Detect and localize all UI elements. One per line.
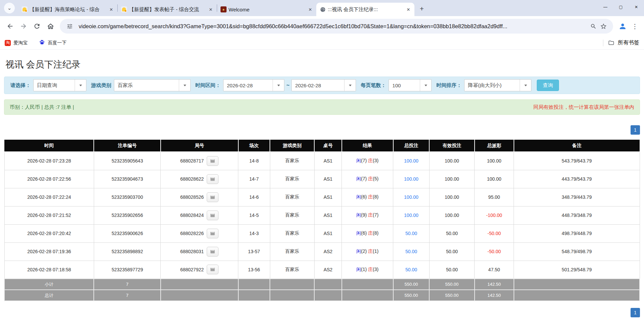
- cell-valid-bet: 100.00: [429, 152, 474, 170]
- time-sort-select[interactable]: 降幂(由大到小): [464, 79, 531, 91]
- forum-favicon: [22, 6, 28, 12]
- film-icon: [210, 195, 215, 200]
- forward-arrow-icon: [20, 22, 27, 30]
- col-remark: 备注: [514, 140, 640, 152]
- video-replay-button[interactable]: [207, 247, 218, 257]
- cell-total-bet: 100.00: [393, 206, 430, 224]
- page-size-select[interactable]: 100: [389, 79, 432, 91]
- cell-remark: 501.29/548.79: [514, 261, 640, 279]
- search-button[interactable]: 查询: [537, 80, 559, 91]
- cell-valid-bet: 100.00: [429, 170, 474, 188]
- cell-total-bet: 100.00: [393, 152, 430, 170]
- all-bookmarks-label: 所有书签: [618, 39, 639, 46]
- cell-total-bet: 100.00: [393, 170, 430, 188]
- round-number: 688027922: [180, 267, 204, 272]
- all-bookmarks[interactable]: 所有书签: [603, 39, 639, 46]
- tab-forum-2[interactable]: 【新提醒】发表帖子 - 综合交流 ✕: [118, 3, 217, 16]
- total-bet-link[interactable]: 50.00: [405, 231, 417, 236]
- date-from-select[interactable]: 2026-02-28: [223, 79, 284, 91]
- cell-time: 2026-02-28 07:21:52: [4, 206, 94, 224]
- cell-valid-bet: 100.00: [429, 188, 474, 206]
- col-bet-no: 注单编号: [94, 140, 160, 152]
- cell-total-bet: 50.00: [393, 242, 430, 261]
- cell-game-type: 百家乐: [270, 188, 314, 206]
- chevron-down-icon[interactable]: [75, 80, 86, 91]
- chevron-down-icon[interactable]: [520, 80, 531, 91]
- cell-game-type: 百家乐: [270, 261, 314, 279]
- cell-round-no: 688028031: [161, 242, 238, 261]
- video-replay-button[interactable]: [207, 211, 218, 220]
- banker-result: 庄: [368, 267, 373, 272]
- query-type-select[interactable]: 日期查询: [33, 79, 86, 91]
- window-maximize-button[interactable]: ▢: [613, 0, 629, 14]
- total-bet-link[interactable]: 100.00: [404, 158, 418, 164]
- new-tab-button[interactable]: +: [417, 4, 427, 13]
- tab-welcome[interactable]: ♠ Welcome ✕: [217, 3, 316, 16]
- address-bar[interactable]: videoie.com/game/betrecord_search/kind3?…: [60, 19, 613, 34]
- chevron-down-icon[interactable]: [273, 80, 284, 91]
- tab-bet-records-active[interactable]: :::视讯 会员下注纪录::: ✕: [316, 3, 414, 16]
- close-tab-icon[interactable]: ✕: [108, 6, 115, 13]
- table-row: 2026-02-28 07:22:24523235903700688028526…: [4, 188, 640, 206]
- cell-round-no: 688028424: [161, 206, 238, 224]
- site-settings-icon[interactable]: [65, 21, 75, 31]
- col-round-no: 局号: [161, 140, 238, 152]
- pagination-top: 1: [4, 125, 640, 135]
- browser-menu-button[interactable]: ⋮: [629, 22, 641, 30]
- reload-button[interactable]: [30, 19, 44, 33]
- total-bet-link[interactable]: 100.00: [404, 194, 418, 200]
- close-tab-icon[interactable]: ✕: [307, 6, 314, 13]
- close-tab-icon[interactable]: ✕: [207, 6, 214, 13]
- video-replay-button[interactable]: [207, 192, 218, 202]
- video-replay-button[interactable]: [207, 229, 218, 238]
- bookmark-star-icon[interactable]: [598, 21, 608, 31]
- bookmark-taobao[interactable]: 淘 爱淘宝: [5, 40, 28, 46]
- forward-button[interactable]: [17, 19, 30, 33]
- tab-search-button[interactable]: ⌄: [4, 3, 15, 13]
- cell-game-type: 百家乐: [270, 152, 314, 170]
- profile-avatar[interactable]: [616, 19, 629, 33]
- film-icon: [210, 213, 215, 218]
- total-bet-link[interactable]: 50.00: [405, 267, 417, 272]
- chevron-down-icon[interactable]: [344, 80, 356, 91]
- video-replay-button[interactable]: [207, 265, 218, 274]
- round-number: 688028031: [180, 249, 204, 254]
- total-bet-link[interactable]: 100.00: [404, 213, 418, 218]
- chevron-down-icon[interactable]: [179, 80, 190, 91]
- video-replay-button[interactable]: [207, 156, 218, 166]
- home-button[interactable]: [44, 19, 57, 33]
- page-1-button[interactable]: 1: [631, 308, 640, 317]
- bookmarks-divider: [603, 40, 603, 46]
- cell-session: 13-56: [238, 261, 270, 279]
- browser-toolbar: videoie.com/game/betrecord_search/kind3?…: [0, 16, 644, 36]
- tab-title: :::视讯 会员下注纪录:::: [328, 6, 403, 13]
- col-session: 场次: [238, 140, 270, 152]
- cell-session: 14-6: [238, 188, 270, 206]
- currency-total-text: 币别：人民币 | 总共 :7 注单 |: [10, 104, 74, 110]
- window-minimize-button[interactable]: —: [598, 0, 613, 14]
- back-button[interactable]: [3, 19, 17, 33]
- total-bet-link[interactable]: 100.00: [404, 176, 418, 182]
- chevron-down-icon[interactable]: [420, 80, 431, 91]
- date-to-select[interactable]: 2026-02-28: [291, 79, 356, 91]
- date-to-value: 2026-02-28: [292, 80, 344, 91]
- cell-bet-no: 523235904673: [94, 170, 160, 188]
- table-body: 2026-02-28 07:23:28523235905643688028717…: [4, 152, 640, 279]
- video-replay-button[interactable]: [207, 174, 218, 184]
- bookmark-baidu[interactable]: 百度一下: [39, 39, 67, 46]
- tab-forum-1[interactable]: 【新提醒】海燕策略论坛 - 综合 ✕: [18, 3, 117, 16]
- film-icon: [210, 249, 215, 254]
- close-tab-icon[interactable]: ✕: [405, 6, 412, 13]
- game-type-select[interactable]: 百家乐: [114, 79, 191, 91]
- page-1-button[interactable]: 1: [631, 125, 640, 135]
- total-bet-link[interactable]: 50.00: [405, 249, 417, 254]
- zoom-magnifier-icon[interactable]: [588, 21, 598, 31]
- game-type-label: 游戏类别: [91, 82, 111, 89]
- cell-result: 闲(7) 庄(3): [342, 152, 393, 170]
- globe-favicon: [320, 6, 326, 12]
- url-text[interactable]: videoie.com/game/betrecord_search/kind3?…: [79, 23, 584, 30]
- film-icon: [210, 231, 215, 236]
- cell-payout: 47.50: [475, 261, 514, 279]
- subtotal-total-bet: 550.00: [393, 279, 430, 290]
- window-close-button[interactable]: ✕: [629, 0, 644, 14]
